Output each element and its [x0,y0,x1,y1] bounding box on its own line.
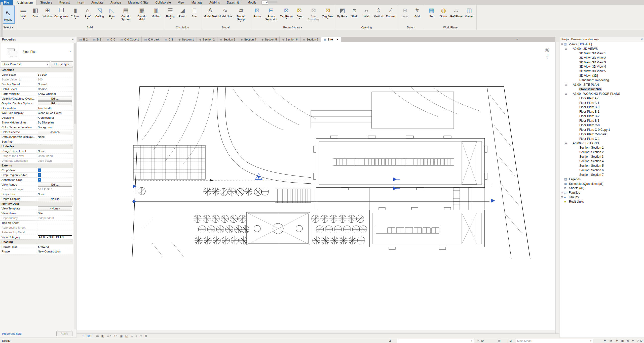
ribbon-tool[interactable]: ▮ Column▾ [69,6,82,20]
editable-only-icon[interactable]: ✎ [477,338,480,343]
collapse-chevron-icon[interactable]: ˆ [70,164,71,167]
property-row[interactable]: Color Scheme <none> [0,130,73,135]
ribbon-tool[interactable]: ⊠ Tag Area▾ [322,6,334,20]
tree-item[interactable]: Floor Plan: A-0 [560,96,644,101]
settings-icon[interactable]: ✱ [632,338,634,343]
view-tab[interactable]: ▤ C-0-park [142,37,162,42]
property-row[interactable]: Graphic Display Options Edit... [0,101,73,106]
view-tab[interactable]: ◈ Section 3 [217,37,238,42]
modify-button[interactable]: ↖ Modify [2,6,15,24]
tree-item[interactable]: 3D View: 3D View 2 [560,56,644,60]
property-row[interactable]: Crop View [0,168,73,173]
expander-icon[interactable]: ⊟ [561,43,564,46]
temporary-view-properties-icon[interactable]: ⊠ [145,334,147,338]
property-row[interactable]: Associated Level 00-LEVEL1 [0,187,73,192]
tree-item[interactable]: Floor Plan: B-0 [560,105,644,109]
property-row[interactable]: Default Analysis Display... None [0,135,73,139]
collapse-chevron-icon[interactable]: ˆ [70,68,71,71]
property-row[interactable]: Visibility/Graphics Overr... Edit... [0,96,73,101]
expander-icon[interactable]: ⊟ [565,83,568,86]
view-tab[interactable]: ▤ Site ✕ [321,37,341,42]
menu-tab[interactable]: Add-Ins [206,0,223,5]
ribbon-tool[interactable]: ⧅ Shaft [348,6,360,18]
menu-tab[interactable]: Massing & Site [125,0,152,5]
design-option-select[interactable]: Main Model ∨ [516,339,593,343]
instance-selector[interactable]: Floor Plan: Site ∨ [1,61,50,67]
ribbon-tool[interactable]: ❒ Component▾ [54,6,69,20]
property-row[interactable]: View Range Edit... [0,182,73,187]
select-pinned-icon[interactable]: ✖ [627,338,629,343]
property-row[interactable]: Sun Path [0,139,73,144]
expander-icon[interactable]: ⊞ [561,191,564,194]
view-tab[interactable]: ◈ Section 1 [176,37,197,42]
ribbon-tool[interactable]: ▤ Curtain System [118,6,134,21]
close-icon[interactable]: ✕ [336,38,338,41]
reveal-constraints-icon[interactable]: ◻ [140,334,142,338]
menu-tab[interactable]: Structure [36,0,56,5]
tree-item[interactable]: Section: Section 5 [560,163,644,168]
expander-icon[interactable]: ⊟ [565,142,568,145]
menu-tab[interactable]: Manage [188,0,206,5]
view-tab[interactable]: ◈ Section 2 [197,37,217,42]
tree-item[interactable]: Section: Section 3 [560,154,644,159]
property-row[interactable]: Show Hidden Lines By Discipline [0,120,73,125]
select-links-icon[interactable]: ⚑ [603,338,606,343]
add-to-set-icon[interactable]: ◪ [509,338,512,343]
ribbon-tool[interactable]: ▱ Ref Plane [449,6,463,18]
property-row[interactable]: Graphics ˆ [0,68,73,72]
tree-item[interactable]: ∞ Revit Links [560,199,644,204]
ribbon-tool[interactable]: ⊕ Level [399,6,411,18]
ribbon-tool[interactable]: A Model Text [203,6,218,18]
tree-item[interactable]: ▤ Legends [560,177,644,182]
view-tab[interactable]: ◈ Section 6 [280,37,300,42]
select-underlay-icon[interactable]: ▣ [621,338,624,343]
property-row[interactable]: Range: Top Level Unbounded [0,154,73,158]
horizontal-scrollbar[interactable] [77,330,555,334]
reveal-hidden-icon[interactable]: ○ [135,334,137,338]
property-row[interactable]: View Category A1.00 - SITE PLAN [0,235,73,240]
tree-item[interactable]: Floor Plan: B-2 [560,114,644,118]
property-row[interactable]: Crop Region Visible [0,173,73,178]
ribbon-tool[interactable]: ⇕ Vertical [372,6,385,18]
tree-item[interactable]: Section: Section 6 [560,168,644,173]
ribbon-tool[interactable]: ≣ Stair [188,6,201,18]
view-scale-button[interactable]: 1 : 100 [82,334,91,337]
chevron-down-icon[interactable]: ▾ [547,57,548,60]
tree-item[interactable]: 3D View: 3D View 5 [560,69,644,73]
properties-help-link[interactable]: Properties help [2,332,21,335]
expander-icon[interactable]: ⊞ [561,196,564,198]
ribbon-tool[interactable]: ⊠ Tag Room▾ [279,6,293,20]
property-row[interactable]: Discipline Architectural [0,115,73,120]
tree-item[interactable]: Floor Plan: C-0-park [560,132,644,137]
property-row[interactable]: Orientation True North [0,106,73,111]
tree-item[interactable]: Section: Section 4 [560,159,644,163]
tree-item[interactable]: Floor Plan: Site [560,87,644,92]
property-row[interactable]: Phasing ˆ [0,240,73,244]
close-icon[interactable]: ✕ [641,37,643,42]
tree-item[interactable]: ⊟ A0.00 - 3D VIEWS [560,47,644,51]
property-row[interactable]: Underlay Orientation Look down [0,158,73,163]
property-row[interactable]: Detail Level Coarse [0,87,73,92]
tree-item[interactable]: Floor Plan: A-1 [560,101,644,105]
ribbon-tool[interactable]: ◺ Floor▾ [106,6,118,20]
design-options-icon[interactable]: ▤ [498,338,501,343]
tab-list-dropdown[interactable]: ▼ [514,37,520,42]
property-row[interactable]: Phase Filter Show All [0,244,73,249]
apply-button[interactable]: Apply [56,331,72,336]
expander-icon[interactable]: ⊟ [565,48,568,50]
property-row[interactable]: Dependency Independent [0,216,73,221]
drawing-area[interactable]: ◉ ⊞ ▾ [77,42,555,330]
tree-item[interactable]: Floor Plan: B-3 [560,118,644,123]
tree-item[interactable]: ⊟ A1.00 - SITE PLAN [560,82,644,87]
ribbon-tool[interactable]: ▦ Set [425,6,437,18]
menu-tab[interactable]: Modify [244,0,260,5]
horizontal-scrollbar-thumb[interactable] [267,1,277,3]
tree-item[interactable]: ⊞ ◙ Groups [560,195,644,199]
property-row[interactable]: Title on Sheet [0,221,73,225]
tree-item[interactable]: Section: Section 2 [560,150,644,154]
ribbon-tool[interactable]: ▥ Mullion [150,6,162,18]
ribbon-tool[interactable]: ☰ Railing▾ [164,6,176,20]
tree-item[interactable]: 3D View: 3D View 1 [560,51,644,56]
edit-type-button[interactable]: ❐ Edit Type [51,61,73,67]
panel-label-room-area[interactable]: Room & Area ▾ [250,25,335,30]
